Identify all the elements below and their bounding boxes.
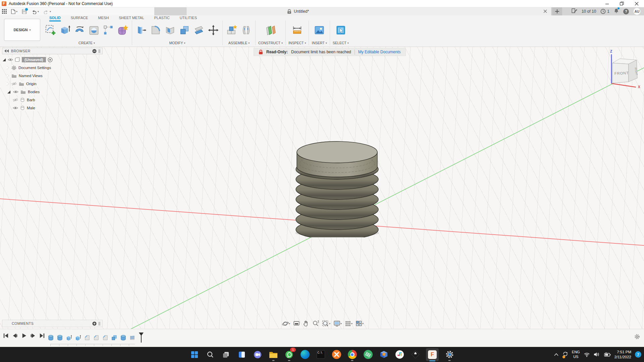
panel-drag-handle[interactable] — [99, 49, 100, 53]
atom-icon[interactable] — [363, 348, 373, 361]
modify-group-label[interactable]: MODIFY — [169, 41, 185, 45]
select-icon[interactable] — [334, 24, 347, 37]
combine-icon[interactable] — [178, 24, 191, 37]
help-icon[interactable]: ? — [623, 9, 629, 14]
terminal-icon[interactable]: C:\ — [316, 348, 326, 361]
measure-icon[interactable] — [291, 24, 304, 37]
teams-chat-icon[interactable] — [253, 348, 263, 361]
hole-icon[interactable] — [88, 24, 100, 37]
file-menu-icon[interactable] — [11, 9, 17, 14]
browser-item-document-settings[interactable]: Document Settings — [7, 64, 103, 72]
step-forward-icon[interactable] — [30, 333, 36, 339]
step-back-icon[interactable] — [12, 333, 18, 339]
go-to-end-icon[interactable] — [39, 333, 45, 339]
feature-chamfer-icon[interactable] — [84, 335, 90, 341]
joint-icon[interactable] — [240, 24, 253, 37]
extrude-icon[interactable] — [59, 24, 71, 37]
construction-plane-icon[interactable] — [264, 24, 277, 37]
new-component-icon[interactable] — [225, 24, 238, 37]
browser-item-origin[interactable]: Origin — [7, 80, 103, 88]
disclosure-expanded-icon[interactable] — [7, 90, 11, 94]
visibility-eye-icon[interactable] — [13, 106, 18, 110]
visibility-off-eye-icon[interactable] — [11, 82, 17, 86]
settings-icon[interactable] — [444, 348, 454, 361]
zoom-icon[interactable] — [312, 320, 319, 327]
inkscape-icon[interactable] — [410, 348, 420, 361]
insert-group-label[interactable]: INSERT — [312, 41, 327, 45]
minimize-icon[interactable] — [600, 0, 614, 7]
close-icon[interactable] — [629, 0, 644, 7]
whatsapp-icon[interactable]: 1 — [284, 348, 294, 361]
browser-item-bodies[interactable]: Bodies — [7, 88, 103, 96]
feature-chamfer-icon[interactable] — [93, 335, 99, 341]
browser-item-named-views[interactable]: Named Views — [7, 72, 103, 80]
visibility-off-eye-icon[interactable] — [13, 98, 18, 102]
timeline-position-marker[interactable] — [139, 333, 144, 343]
widgets-icon[interactable] — [237, 348, 247, 361]
fit-icon[interactable] — [322, 320, 330, 327]
workspace-selector[interactable]: DESIGN — [4, 19, 40, 41]
disclosure-expanded-icon[interactable] — [2, 58, 6, 62]
inspect-group-label[interactable]: INSPECT — [288, 41, 306, 45]
assemble-group-label[interactable]: ASSEMBLE — [228, 41, 250, 45]
visibility-eye-icon[interactable] — [13, 90, 18, 94]
view-cube[interactable]: Z X FRONT RIGHT — [606, 49, 642, 89]
feature-combine-icon[interactable] — [111, 335, 117, 341]
cube-app-icon[interactable] — [379, 348, 389, 361]
wifi-icon[interactable] — [584, 352, 590, 357]
app-launcher-grid-icon[interactable] — [2, 9, 7, 14]
tab-close-icon[interactable] — [542, 8, 548, 14]
editable-documents-link[interactable]: My Editable Documents — [358, 50, 401, 54]
create-form-icon[interactable] — [116, 24, 129, 37]
model-viewport[interactable]: Z X FRONT RIGHT Read-Only: Document limi… — [0, 47, 644, 347]
feature-extrude-icon[interactable] — [75, 335, 81, 341]
browser-item-root[interactable]: (Unsaved) — [2, 56, 103, 64]
feature-cylinder-icon[interactable] — [48, 335, 54, 341]
pan-icon[interactable] — [303, 320, 309, 327]
feature-cylinder-icon[interactable] — [120, 335, 126, 341]
search-icon[interactable] — [205, 348, 215, 361]
disclosure-collapsed-icon[interactable] — [7, 66, 9, 69]
xampp-icon[interactable] — [331, 348, 341, 361]
notification-count-badge[interactable]: 7 — [635, 351, 641, 358]
split-body-icon[interactable] — [193, 24, 205, 37]
orbit-icon[interactable] — [282, 320, 290, 327]
undo-icon[interactable] — [31, 9, 39, 14]
panel-drag-handle[interactable] — [99, 322, 100, 325]
insert-canvas-icon[interactable] — [313, 24, 326, 37]
job-status[interactable]: 1 — [600, 9, 609, 14]
notifications-bell-icon[interactable] — [614, 8, 619, 15]
volume-icon[interactable] — [594, 352, 600, 357]
model-male-body[interactable] — [294, 137, 380, 237]
restore-icon[interactable] — [614, 0, 629, 7]
create-group-label[interactable]: CREATE — [78, 41, 95, 45]
edge-icon[interactable] — [300, 348, 310, 361]
visibility-eye-icon[interactable] — [8, 58, 13, 62]
select-group-label[interactable]: SELECT — [333, 41, 349, 45]
taskbar-clock[interactable]: 7:51 PM2/11/2022 — [614, 350, 631, 360]
browser-item-barb[interactable]: Barb — [12, 96, 103, 104]
save-icon[interactable] — [22, 9, 27, 14]
shell-icon[interactable] — [164, 24, 176, 37]
chrome-icon[interactable] — [347, 348, 357, 361]
look-at-icon[interactable] — [293, 320, 300, 326]
editable-docs-icon[interactable] — [572, 8, 577, 15]
timeline-settings-gear-icon[interactable] — [634, 334, 640, 340]
browser-header[interactable]: BROWSER — [2, 48, 103, 54]
redo-icon[interactable] — [43, 9, 51, 14]
activate-radio-icon[interactable] — [48, 57, 53, 62]
grid-snap-icon[interactable] — [345, 320, 353, 327]
browser-item-male[interactable]: Male — [12, 104, 103, 112]
battery-icon[interactable] — [603, 352, 611, 357]
document-tab[interactable]: Untitled* — [186, 7, 551, 15]
task-view-icon[interactable] — [221, 348, 231, 361]
collapse-panel-icon[interactable] — [4, 49, 9, 53]
user-avatar[interactable]: AU — [633, 8, 641, 15]
sync-icon[interactable] — [562, 351, 568, 358]
comments-panel[interactable]: COMMENTS — [2, 320, 103, 327]
panel-minus-icon[interactable] — [92, 49, 97, 53]
pattern-icon[interactable] — [102, 24, 115, 37]
revolve-icon[interactable] — [73, 24, 86, 37]
feature-thread-icon[interactable] — [129, 335, 136, 341]
viewports-icon[interactable] — [356, 320, 364, 326]
